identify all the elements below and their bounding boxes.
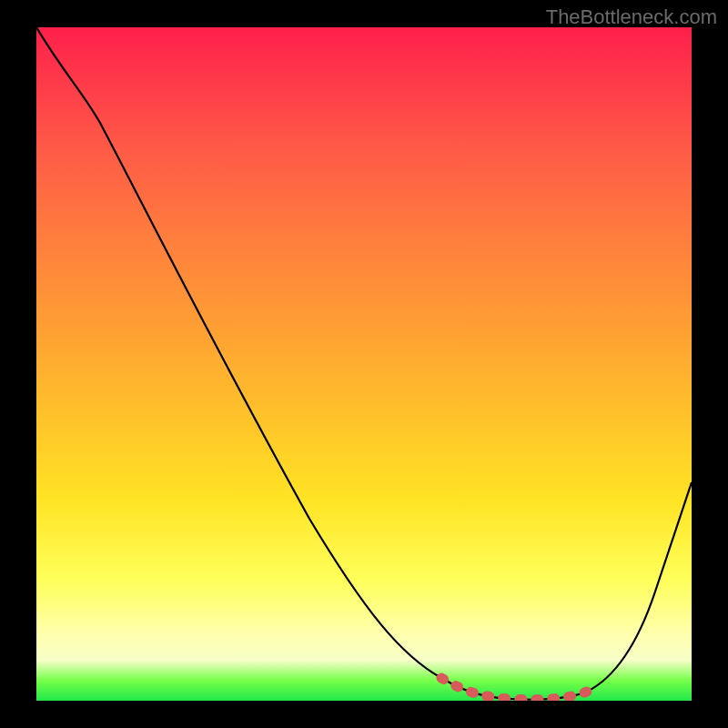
curve-svg xyxy=(36,27,692,701)
chart-frame: TheBottleneck.com xyxy=(0,0,728,728)
plot-area xyxy=(36,27,692,701)
watermark-text: TheBottleneck.com xyxy=(546,5,717,29)
bottleneck-curve xyxy=(36,27,692,700)
